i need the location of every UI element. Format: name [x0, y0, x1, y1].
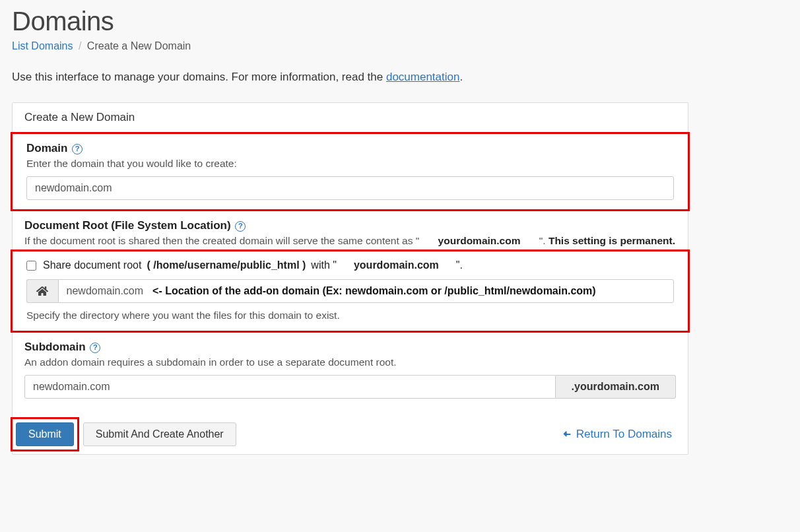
submit-another-button[interactable]: Submit And Create Another — [83, 422, 236, 446]
docroot-section-main: Share document root ( /home/username/pub… — [11, 249, 690, 333]
help-icon[interactable]: ? — [90, 343, 100, 353]
return-icon — [562, 429, 572, 440]
domain-input[interactable] — [26, 176, 674, 200]
share-domain: yourdomain.com — [342, 259, 451, 271]
subdomain-label: Subdomain — [24, 341, 86, 353]
docroot-label: Document Root (File System Location) — [24, 219, 231, 232]
panel-heading: Create a New Domain — [13, 103, 688, 132]
share-path: ( /home/username/public_html ) — [147, 259, 306, 271]
docroot-section-top: Document Root (File System Location) ? I… — [13, 211, 688, 249]
intro-text: Use this interface to manage your domain… — [12, 71, 788, 84]
share-docroot-checkbox[interactable] — [26, 261, 36, 271]
docroot-permanent: This setting is permanent. — [549, 235, 675, 246]
intro-prefix: Use this interface to manage your domain… — [12, 71, 386, 83]
share-label-1: Share document root — [43, 259, 141, 271]
domain-section: Domain ? Enter the domain that you would… — [11, 132, 690, 211]
subdomain-help: An addon domain requires a subdomain in … — [24, 356, 676, 368]
docroot-help-after: ". — [539, 235, 549, 246]
share-label-2: with " — [311, 259, 337, 271]
documentation-link[interactable]: documentation — [386, 71, 460, 83]
domain-label: Domain — [26, 142, 67, 154]
help-icon[interactable]: ? — [72, 144, 83, 154]
docroot-specify-text: Specify the directory where you want the… — [26, 310, 674, 321]
breadcrumb-separator: / — [79, 40, 81, 51]
subdomain-suffix: .yourdomain.com — [556, 375, 676, 399]
breadcrumb-list-domains[interactable]: List Domains — [12, 40, 73, 51]
page-title: Domains — [12, 7, 788, 36]
breadcrumb: List Domains / Create a New Domain — [12, 40, 788, 52]
subdomain-input[interactable] — [24, 375, 556, 399]
docroot-path-value: newdomain.com — [67, 285, 144, 297]
domain-help-text: Enter the domain that you would like to … — [26, 158, 674, 170]
share-label-3: ". — [456, 259, 463, 271]
footer-row: Submit Submit And Create Another Return … — [11, 408, 688, 454]
docroot-path-hint: <- Location of the add-on domain (Ex: ne… — [152, 285, 596, 297]
help-icon[interactable]: ? — [235, 221, 246, 232]
docroot-input-group: newdomain.com <- Location of the add-on … — [26, 279, 674, 303]
docroot-path-input[interactable]: newdomain.com <- Location of the add-on … — [58, 279, 674, 303]
docroot-shared-domain: yourdomain.com — [422, 235, 537, 246]
breadcrumb-current: Create a New Domain — [87, 40, 191, 51]
home-icon — [26, 279, 58, 303]
subdomain-section: Subdomain ? An addon domain requires a s… — [13, 333, 688, 408]
return-label: Return To Domains — [576, 428, 672, 441]
intro-suffix: . — [459, 71, 463, 83]
create-domain-panel: Create a New Domain Domain ? Enter the d… — [12, 102, 688, 455]
docroot-help-before: If the document root is shared then the … — [24, 235, 419, 246]
submit-button[interactable]: Submit — [16, 422, 74, 446]
return-to-domains-link[interactable]: Return To Domains — [562, 428, 672, 441]
